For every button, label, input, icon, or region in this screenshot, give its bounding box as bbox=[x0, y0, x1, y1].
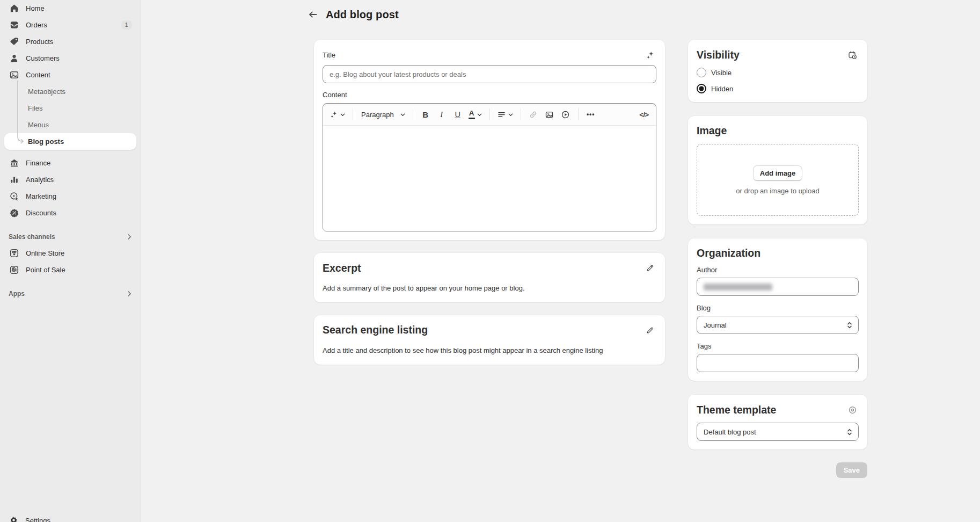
sidebar-item-label: Orders bbox=[26, 21, 47, 29]
content-editor-area[interactable] bbox=[323, 126, 656, 231]
alignment-dropdown[interactable] bbox=[495, 107, 516, 122]
orders-count-badge: 1 bbox=[121, 20, 132, 30]
ai-generate-title-button[interactable] bbox=[643, 48, 656, 61]
radio-unchecked[interactable] bbox=[697, 68, 706, 77]
sidebar-subitem-label: Blog posts bbox=[28, 137, 64, 146]
organization-title: Organization bbox=[697, 247, 859, 259]
orders-icon bbox=[9, 20, 19, 31]
tags-field-group: Tags bbox=[697, 342, 859, 372]
page-header: Add blog post bbox=[305, 7, 980, 22]
blog-select[interactable]: Journal bbox=[697, 316, 859, 334]
ai-magic-button[interactable] bbox=[327, 107, 348, 122]
schedule-visibility-button[interactable] bbox=[846, 48, 859, 61]
magic-sparkle-icon bbox=[330, 110, 338, 119]
radio-label: Visible bbox=[711, 69, 732, 77]
seo-description: Add a title and description to see how t… bbox=[323, 346, 656, 356]
toolbar-divider bbox=[413, 108, 413, 120]
side-column: Visibility Visible Hidden bbox=[688, 40, 867, 478]
sidebar-subitem-blog-posts-active[interactable]: Blog posts bbox=[4, 133, 136, 150]
blog-label: Blog bbox=[697, 304, 859, 312]
sidebar-item-marketing[interactable]: Marketing bbox=[4, 188, 136, 205]
eye-icon bbox=[848, 405, 857, 415]
sidebar-item-analytics[interactable]: Analytics bbox=[4, 171, 136, 188]
marketing-icon bbox=[9, 191, 19, 202]
seo-title: Search engine listing bbox=[323, 324, 428, 336]
visibility-option-visible[interactable]: Visible bbox=[697, 68, 859, 77]
sales-channels-header[interactable]: Sales channels bbox=[0, 229, 141, 245]
image-dropzone[interactable]: Add image or drop an image to upload bbox=[697, 144, 859, 216]
visibility-option-hidden[interactable]: Hidden bbox=[697, 84, 859, 93]
sidebar-item-label: Discounts bbox=[26, 209, 56, 217]
sidebar-nav: Home Orders 1 Products Customers C bbox=[0, 0, 141, 302]
underline-button[interactable]: U bbox=[450, 107, 465, 122]
author-input[interactable] bbox=[697, 278, 859, 296]
pencil-icon bbox=[646, 264, 654, 272]
sidebar-item-customers[interactable]: Customers bbox=[4, 50, 136, 67]
radio-checked[interactable] bbox=[697, 84, 706, 93]
sidebar-item-point-of-sale[interactable]: Point of Sale bbox=[4, 262, 136, 278]
sidebar-item-label: Content bbox=[26, 71, 50, 79]
toolbar-divider bbox=[353, 108, 353, 120]
finance-icon bbox=[9, 158, 19, 169]
preview-template-button[interactable] bbox=[846, 403, 859, 416]
sidebar-subitem-metaobjects[interactable]: Metaobjects bbox=[4, 83, 136, 100]
content-label: Content bbox=[323, 91, 656, 99]
title-input[interactable] bbox=[323, 65, 656, 83]
blog-select-value: Journal bbox=[704, 321, 727, 329]
show-html-button[interactable]: </> bbox=[637, 107, 652, 122]
edit-seo-button[interactable] bbox=[643, 324, 656, 337]
chevron-right-icon bbox=[126, 290, 133, 298]
theme-template-select[interactable]: Default blog post bbox=[697, 423, 859, 441]
sidebar-item-online-store[interactable]: Online Store bbox=[4, 245, 136, 262]
edit-excerpt-button[interactable] bbox=[643, 262, 656, 274]
tags-input[interactable] bbox=[697, 354, 859, 372]
sidebar-item-label: Online Store bbox=[26, 249, 64, 257]
sidebar-item-finance[interactable]: Finance bbox=[4, 155, 136, 171]
updown-chevron-icon bbox=[846, 428, 853, 436]
insert-video-button[interactable] bbox=[558, 107, 573, 122]
sidebar-item-label: Marketing bbox=[26, 192, 56, 200]
italic-button[interactable]: I bbox=[434, 107, 449, 122]
image-icon bbox=[545, 110, 554, 119]
pencil-icon bbox=[646, 326, 654, 335]
back-button[interactable] bbox=[305, 7, 320, 22]
radio-label: Hidden bbox=[711, 85, 733, 93]
sidebar-item-label: Point of Sale bbox=[26, 266, 65, 274]
author-field-group: Author bbox=[697, 266, 859, 296]
content-icon bbox=[9, 70, 19, 81]
sidebar-item-label: Analytics bbox=[26, 176, 54, 184]
text-color-dropdown[interactable]: A bbox=[466, 107, 485, 122]
apps-header[interactable]: Apps bbox=[0, 286, 141, 302]
toolbar-divider bbox=[489, 108, 490, 120]
bold-button[interactable]: B bbox=[418, 107, 433, 122]
point-of-sale-icon bbox=[9, 265, 19, 276]
editor-toolbar: Paragraph B I U A bbox=[323, 104, 656, 126]
sidebar-item-discounts[interactable]: Discounts bbox=[4, 205, 136, 221]
sidebar-subitem-files[interactable]: Files bbox=[4, 100, 136, 117]
sidebar-item-content[interactable]: Content bbox=[4, 67, 136, 83]
add-image-button[interactable]: Add image bbox=[753, 165, 802, 181]
insert-image-button[interactable] bbox=[542, 107, 557, 122]
sidebar-item-home[interactable]: Home bbox=[4, 0, 136, 17]
main-column: Title Content bbox=[314, 40, 665, 365]
chevron-down-icon bbox=[400, 112, 406, 118]
sidebar-subitem-menus[interactable]: Menus bbox=[4, 117, 136, 133]
more-options-button[interactable]: ••• bbox=[583, 107, 598, 122]
sidebar-item-products[interactable]: Products bbox=[4, 33, 136, 50]
home-icon bbox=[9, 3, 19, 14]
sidebar-item-settings[interactable]: Settings bbox=[4, 512, 136, 522]
magic-sparkle-icon bbox=[646, 50, 655, 60]
image-card: Image Add image or drop an image to uplo… bbox=[688, 116, 867, 224]
insert-link-button[interactable] bbox=[526, 107, 541, 122]
chevron-down-icon bbox=[508, 112, 514, 118]
blog-field-group: Blog Journal bbox=[697, 304, 859, 334]
excerpt-title: Excerpt bbox=[323, 262, 361, 274]
customers-icon bbox=[9, 53, 19, 64]
discounts-icon bbox=[9, 208, 19, 219]
sidebar-item-orders[interactable]: Orders 1 bbox=[4, 17, 136, 33]
sidebar-subitem-label: Files bbox=[28, 104, 42, 112]
save-button[interactable]: Save bbox=[836, 462, 867, 478]
main-area: Add blog post Title Content bbox=[141, 0, 980, 522]
paragraph-style-dropdown[interactable]: Paragraph bbox=[358, 107, 408, 122]
chevron-down-icon bbox=[340, 112, 346, 118]
